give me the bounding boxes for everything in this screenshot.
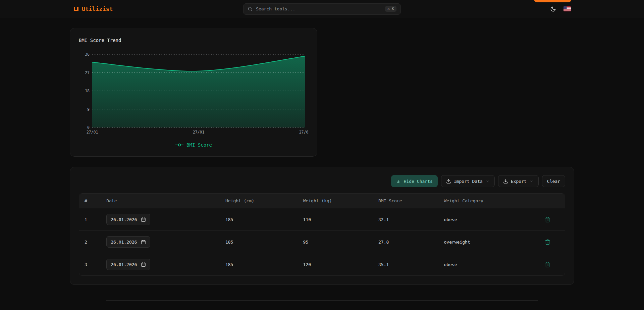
row-index: 2	[79, 231, 101, 253]
svg-text:9: 9	[87, 107, 90, 112]
search-icon	[248, 6, 253, 11]
category-value: overweight	[438, 231, 538, 253]
delete-row-button[interactable]	[543, 260, 552, 269]
search-shortcut-badge: ⌘ K	[385, 6, 396, 12]
row-index: 1	[79, 208, 101, 231]
brand-logo[interactable]: Utilizist	[73, 6, 113, 12]
chart-title: BMI Score Trend	[79, 38, 308, 43]
moon-icon	[550, 6, 556, 12]
main-content: BMI Score Trend 0918273627/0127/0127/01 …	[68, 18, 576, 301]
delete-row-button[interactable]	[543, 238, 552, 246]
row-index: 3	[79, 253, 101, 276]
weight-value: 110	[298, 208, 373, 231]
app-header: Utilizist Search tools... ⌘ K	[0, 0, 644, 18]
bmi-value: 32.1	[373, 208, 438, 231]
svg-text:27/01: 27/01	[87, 130, 98, 135]
calendar-icon	[141, 262, 146, 267]
language-selector[interactable]	[564, 6, 571, 11]
chart-legend: BMI Score	[79, 142, 308, 148]
column-header-weight: Weight (kg)	[298, 194, 373, 208]
chevron-down-icon	[485, 179, 490, 184]
download-icon	[503, 179, 508, 184]
bmi-data-table: # Date Height (cm) Weight (kg) BMI Score…	[79, 193, 565, 276]
legend-label: BMI Score	[186, 142, 212, 148]
export-label: Export	[511, 179, 527, 184]
svg-text:27/01: 27/01	[193, 130, 205, 135]
category-value: obese	[438, 253, 538, 276]
column-header-height: Height (cm)	[220, 194, 298, 208]
bar-chart-icon	[396, 179, 401, 184]
clear-label: Clear	[547, 179, 560, 184]
trash-icon	[545, 217, 550, 222]
height-value: 185	[220, 253, 298, 276]
column-header-index: #	[79, 194, 101, 208]
table-header-row: # Date Height (cm) Weight (kg) BMI Score…	[79, 194, 565, 208]
svg-text:27: 27	[85, 70, 90, 75]
date-input[interactable]: 26.01.2026	[106, 214, 150, 225]
table-row: 1 26.01.2026 185 110 32.1 o	[79, 208, 565, 231]
footer-divider	[106, 300, 538, 301]
date-value: 26.01.2026	[111, 262, 137, 267]
date-input[interactable]: 26.01.2026	[106, 236, 150, 248]
date-input[interactable]: 26.01.2026	[106, 259, 150, 270]
logo-icon	[73, 6, 79, 12]
delete-row-button[interactable]	[543, 215, 552, 224]
import-data-button[interactable]: Import Data	[441, 175, 495, 187]
import-data-label: Import Data	[454, 179, 483, 184]
svg-text:36: 36	[85, 52, 90, 57]
height-value: 185	[220, 208, 298, 231]
category-value: obese	[438, 208, 538, 231]
hide-charts-button[interactable]: Hide Charts	[391, 175, 438, 187]
bmi-table-card: Hide Charts Import Data Export	[70, 167, 574, 285]
height-value: 185	[220, 231, 298, 253]
column-header-date: Date	[101, 194, 220, 208]
bmi-trend-chart: 0918273627/0127/0127/01	[79, 50, 309, 140]
svg-text:0: 0	[87, 125, 90, 130]
weight-value: 95	[298, 231, 373, 253]
notification-toast-cutoff	[534, 0, 572, 2]
bmi-trend-card: BMI Score Trend 0918273627/0127/0127/01 …	[70, 28, 317, 157]
calendar-icon	[141, 240, 146, 245]
date-value: 26.01.2026	[111, 240, 137, 245]
chevron-down-icon	[529, 179, 534, 184]
column-header-actions	[538, 194, 565, 208]
hide-charts-label: Hide Charts	[404, 179, 433, 184]
brand-label: Utilizist	[82, 6, 113, 12]
legend-line-icon	[175, 143, 184, 147]
date-value: 26.01.2026	[111, 217, 137, 222]
trash-icon	[545, 262, 550, 267]
svg-text:18: 18	[85, 89, 90, 93]
us-flag-icon	[564, 6, 571, 11]
search-placeholder: Search tools...	[256, 6, 295, 11]
column-header-bmi: BMI Score	[373, 194, 438, 208]
clear-button[interactable]: Clear	[542, 175, 565, 187]
bmi-value: 35.1	[373, 253, 438, 276]
theme-toggle-button[interactable]	[547, 3, 559, 15]
column-header-category: Weight Category	[438, 194, 538, 208]
table-row: 2 26.01.2026 185 95 27.8 ov	[79, 231, 565, 253]
export-button[interactable]: Export	[498, 175, 539, 187]
svg-text:27/01: 27/01	[299, 130, 309, 135]
table-row: 3 26.01.2026 185 120 35.1 o	[79, 253, 565, 276]
bmi-value: 27.8	[373, 231, 438, 253]
search-input[interactable]: Search tools... ⌘ K	[243, 3, 401, 15]
upload-icon	[446, 179, 451, 184]
trash-icon	[545, 239, 550, 245]
calendar-icon	[141, 217, 146, 222]
weight-value: 120	[298, 253, 373, 276]
table-toolbar: Hide Charts Import Data Export	[79, 175, 565, 187]
